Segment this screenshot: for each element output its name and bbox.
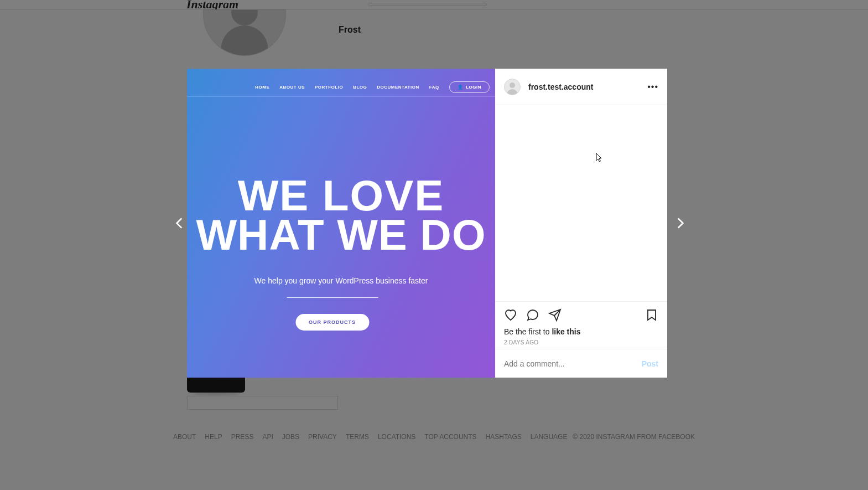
comment-input[interactable] [504,359,642,368]
nav-home: HOME [255,85,269,90]
person-icon: 👤 [458,85,464,90]
post-modal: HOME ABOUT US PORTFOLIO BLOG DOCUMENTATI… [187,69,667,378]
comment-button[interactable] [526,308,539,322]
nav-portfolio: PORTFOLIO [315,85,343,90]
post-timestamp: 2 DAYS AGO [504,339,658,345]
author-username[interactable]: frost.test.account [528,82,593,91]
previous-post-button[interactable] [171,215,188,231]
embedded-nav: HOME ABOUT US PORTFOLIO BLOG DOCUMENTATI… [255,81,490,93]
more-options-button[interactable]: ••• [647,82,658,92]
post-actions: Be the first to like this 2 DAYS AGO [495,301,667,349]
nav-blog: BLOG [353,85,367,90]
nav-login-button: 👤 LOGIN [449,81,490,93]
hero-underline [287,297,378,298]
post-image[interactable]: HOME ABOUT US PORTFOLIO BLOG DOCUMENTATI… [187,69,495,378]
hero-line-2: WHAT WE DO [187,213,495,258]
like-button[interactable] [504,308,517,322]
save-button[interactable] [645,308,658,322]
comments-area [495,105,667,301]
hero-cta-button: OUR PRODUCTS [295,314,369,331]
nav-about: ABOUT US [279,85,305,90]
comment-input-row: Post [495,349,667,378]
nav-divider [187,96,495,97]
chevron-right-icon [673,216,687,230]
heart-icon [504,308,517,322]
nav-documentation: DOCUMENTATION [377,85,419,90]
likes-text[interactable]: Be the first to like this [504,327,658,336]
hero-subtitle: We help you grow your WordPress business… [187,276,495,285]
hero-title: WE LOVE WHAT WE DO [187,174,495,258]
share-icon [548,308,562,322]
comment-icon [526,308,539,322]
post-comment-button[interactable]: Post [642,359,658,368]
chevron-left-icon [173,216,187,230]
nav-faq: FAQ [429,85,439,90]
author-avatar[interactable] [504,79,521,95]
cursor-icon [596,153,604,163]
next-post-button[interactable] [672,215,688,231]
share-button[interactable] [548,308,562,322]
bookmark-icon [645,308,658,322]
post-sidebar: frost.test.account ••• [495,69,667,378]
post-header: frost.test.account ••• [495,69,667,105]
